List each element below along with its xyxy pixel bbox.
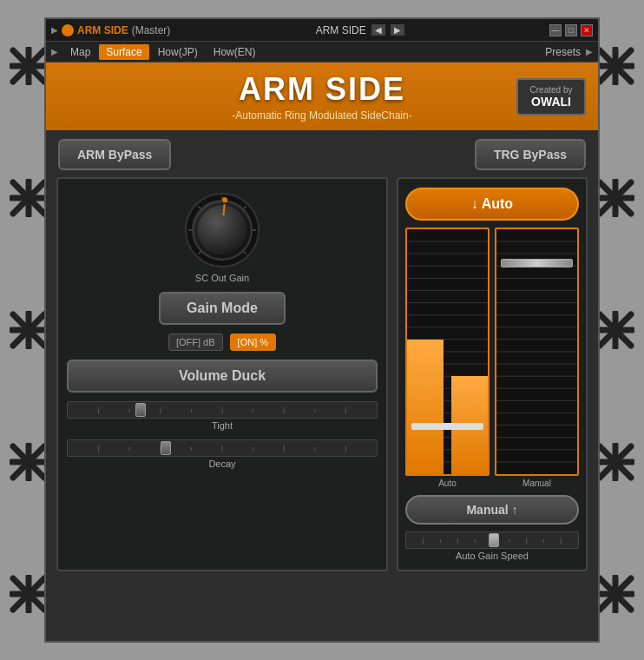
app-subtitle: -Automatic Ring Modulated SideChain- xyxy=(128,109,516,122)
decay-label: Decay xyxy=(208,459,235,469)
auto-gain-speed-label: Auto Gain Speed xyxy=(456,551,529,561)
menu-item-surface[interactable]: Surface xyxy=(99,44,148,60)
svg-line-19 xyxy=(13,446,44,478)
svg-line-71 xyxy=(223,204,224,215)
manual-meter-container: Manual xyxy=(495,228,579,488)
tight-label: Tight xyxy=(212,420,233,431)
svg-line-43 xyxy=(600,314,631,346)
auto-button[interactable]: ↓ Auto xyxy=(405,188,579,221)
svg-line-48 xyxy=(600,446,631,478)
left-panel: SC Out Gain Gain Mode [OFF] dB [ON] % Vo… xyxy=(56,177,388,571)
credit-label: Created by xyxy=(527,85,575,95)
menu-item-howjp[interactable]: How(JP) xyxy=(151,44,205,60)
window-subtitle: (Master) xyxy=(132,24,171,36)
sc-out-gain-knob[interactable] xyxy=(183,191,261,269)
window-title: ARM SIDE xyxy=(77,24,128,36)
svg-line-18 xyxy=(13,446,44,478)
app-icon xyxy=(62,24,74,36)
manual-meter-label: Manual xyxy=(522,478,551,488)
vu-meters-container: Auto xyxy=(405,228,579,488)
svg-line-1 xyxy=(13,50,44,82)
bypass-row: ARM ByPass TRG ByPass xyxy=(56,139,588,170)
svg-line-31 xyxy=(600,50,631,82)
app-title: ARM SIDE xyxy=(128,71,516,108)
volume-duck-button[interactable]: Volume Duck xyxy=(67,360,378,393)
mode-percent-badge[interactable]: [ON] % xyxy=(230,333,276,351)
mode-row: [OFF] dB [ON] % xyxy=(168,333,276,351)
knob-label: SC Out Gain xyxy=(195,273,249,283)
auto-gain-speed-row: Auto Gain Speed xyxy=(405,531,579,561)
manual-meter xyxy=(495,228,579,476)
menu-right-arrow[interactable]: ▶ xyxy=(586,47,593,56)
svg-line-12 xyxy=(13,314,44,346)
auto-meter-label: Auto xyxy=(438,478,457,488)
svg-line-55 xyxy=(600,578,631,610)
svg-line-37 xyxy=(600,182,631,214)
gain-mode-button[interactable]: Gain Mode xyxy=(159,292,286,325)
minimize-button[interactable]: — xyxy=(549,24,562,36)
menu-nav-arrow[interactable]: ▶ xyxy=(51,47,58,56)
svg-line-42 xyxy=(600,314,631,346)
center-nav-left[interactable]: ◀ xyxy=(371,24,385,36)
title-bar: ▶ ARM SIDE (Master) ARM SIDE ◀ ▶ — □ ✕ xyxy=(46,19,598,42)
menu-bar: ▶ Map Surface How(JP) How(EN) Presets ▶ xyxy=(46,42,598,63)
title-bar-controls: — □ ✕ xyxy=(549,24,593,36)
two-col-layout: SC Out Gain Gain Mode [OFF] dB [ON] % Vo… xyxy=(56,177,588,571)
svg-point-68 xyxy=(193,201,252,260)
right-panel: ↓ Auto xyxy=(397,177,588,571)
app-header: ARM SIDE -Automatic Ring Modulated SideC… xyxy=(46,63,598,130)
svg-line-24 xyxy=(13,578,44,610)
tight-slider-thumb[interactable] xyxy=(135,403,146,417)
svg-line-54 xyxy=(600,578,631,610)
mode-db-badge[interactable]: [OFF] dB xyxy=(168,333,223,351)
header-title-block: ARM SIDE -Automatic Ring Modulated SideC… xyxy=(128,71,516,122)
app-window: ▶ ARM SIDE (Master) ARM SIDE ◀ ▶ — □ ✕ ▶… xyxy=(44,17,600,643)
auto-gain-speed-track[interactable] xyxy=(405,531,579,549)
menu-item-howen[interactable]: How(EN) xyxy=(207,44,263,60)
title-bar-center: ARM SIDE ◀ ▶ xyxy=(316,24,404,36)
knob-container: SC Out Gain xyxy=(183,191,261,283)
manual-meter-thumb[interactable] xyxy=(501,259,574,267)
auto-meter-container: Auto xyxy=(405,228,490,488)
svg-line-7 xyxy=(13,182,44,214)
center-nav-right[interactable]: ▶ xyxy=(391,24,404,36)
svg-line-0 xyxy=(13,50,44,82)
auto-meter-thumb[interactable] xyxy=(411,423,484,430)
arm-bypass-button[interactable]: ARM ByPass xyxy=(58,139,171,170)
main-content: ARM ByPass TRG ByPass xyxy=(46,130,598,580)
tight-slider-track[interactable] xyxy=(67,401,378,419)
svg-line-25 xyxy=(13,578,44,610)
decay-slider-row: Decay xyxy=(67,439,378,469)
svg-line-13 xyxy=(13,314,44,346)
menu-item-map[interactable]: Map xyxy=(63,44,97,60)
auto-gain-speed-thumb[interactable] xyxy=(489,533,499,547)
svg-line-36 xyxy=(600,182,631,214)
trg-bypass-button[interactable]: TRG ByPass xyxy=(475,139,586,170)
tight-slider-row: Tight xyxy=(67,401,378,431)
maximize-button[interactable]: □ xyxy=(565,24,577,36)
title-bar-left: ▶ ARM SIDE (Master) xyxy=(51,24,170,36)
svg-line-30 xyxy=(600,50,631,82)
presets-button[interactable]: Presets xyxy=(545,46,581,58)
svg-line-6 xyxy=(13,182,44,214)
auto-meter-fill-left xyxy=(407,340,444,474)
credit-box: Created by OWALI xyxy=(516,78,586,116)
manual-button[interactable]: Manual ↑ xyxy=(405,495,579,525)
decay-slider-track[interactable] xyxy=(67,439,378,457)
auto-meter xyxy=(405,228,490,476)
close-button[interactable]: ✕ xyxy=(581,24,593,36)
svg-line-49 xyxy=(600,446,631,478)
nav-arrow-left[interactable]: ▶ xyxy=(51,25,58,35)
decay-slider-thumb[interactable] xyxy=(161,441,171,455)
center-title: ARM SIDE xyxy=(316,24,366,36)
credit-name: OWALI xyxy=(527,95,575,109)
